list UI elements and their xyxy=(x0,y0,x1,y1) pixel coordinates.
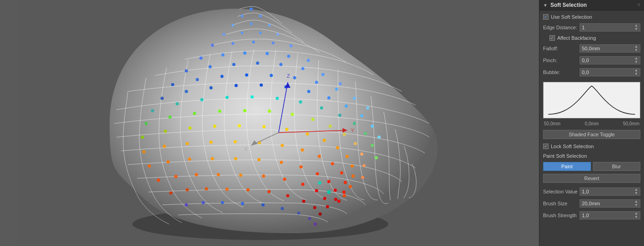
lock-soft-selection-row[interactable]: Lock Soft Selection xyxy=(543,143,640,150)
brush-strength-down[interactable]: ▼ xyxy=(634,215,638,219)
svg-point-77 xyxy=(354,142,357,145)
svg-point-111 xyxy=(167,160,170,164)
shaded-face-toggle-button[interactable]: Shaded Face Toggle xyxy=(543,130,640,139)
svg-point-67 xyxy=(145,122,148,125)
brush-strength-input[interactable]: 1,0 ▲ ▼ xyxy=(580,211,640,219)
svg-point-110 xyxy=(148,165,151,168)
svg-point-112 xyxy=(188,158,191,161)
svg-point-72 xyxy=(268,110,271,113)
svg-point-50 xyxy=(345,105,348,108)
bubble-spinners[interactable]: ▲ ▼ xyxy=(634,69,638,76)
svg-point-28 xyxy=(280,63,283,66)
bubble-down[interactable]: ▼ xyxy=(634,72,638,76)
svg-point-134 xyxy=(186,188,189,192)
selection-value-down[interactable]: ▼ xyxy=(634,192,638,195)
pinch-input[interactable]: 0,0 ▲ ▼ xyxy=(580,56,640,64)
edge-distance-spinners[interactable]: ▲ ▼ xyxy=(634,24,638,31)
brush-strength-label: Brush Strength xyxy=(543,213,580,218)
paint-soft-selection-label: Paint Soft Selection xyxy=(543,152,640,159)
curve-label-mid: 0,0mm xyxy=(585,121,599,126)
svg-point-54 xyxy=(151,109,154,112)
svg-point-55 xyxy=(176,102,179,106)
right-panel: ▼ Soft Selection ⠿ Use Soft Selection Ed… xyxy=(539,0,644,246)
revert-button[interactable]: Revert xyxy=(543,174,640,183)
svg-point-119 xyxy=(327,180,331,183)
svg-point-73 xyxy=(291,113,294,116)
svg-point-121 xyxy=(334,198,338,201)
selection-value-spinners[interactable]: ▲ ▼ xyxy=(634,188,638,195)
svg-point-6 xyxy=(232,24,234,27)
use-soft-selection-checkbox[interactable] xyxy=(543,14,549,20)
affect-backfacing-checkbox[interactable] xyxy=(549,35,555,41)
paint-button[interactable]: Paint xyxy=(543,162,591,171)
falloff-curve-widget[interactable] xyxy=(543,82,640,118)
pinch-down[interactable]: ▼ xyxy=(634,60,638,64)
svg-point-88 xyxy=(306,133,309,136)
curve-labels: 50,0mm 0,0mm 50,0mm xyxy=(543,121,640,126)
brush-size-down[interactable]: ▼ xyxy=(634,203,638,207)
svg-point-29 xyxy=(301,67,305,70)
svg-point-30 xyxy=(322,73,325,76)
pinch-spinners[interactable]: ▲ ▼ xyxy=(634,57,638,64)
svg-point-58 xyxy=(251,96,254,99)
bubble-label: Bubble: xyxy=(543,70,580,75)
svg-point-93 xyxy=(352,175,355,178)
svg-point-94 xyxy=(349,185,352,188)
svg-point-71 xyxy=(243,109,247,112)
svg-point-57 xyxy=(226,96,229,99)
bubble-input[interactable]: 0,0 ▲ ▼ xyxy=(580,68,640,76)
svg-point-120 xyxy=(334,189,337,192)
falloff-value: 50,0mm xyxy=(582,46,600,51)
svg-point-87 xyxy=(285,128,289,131)
svg-point-41 xyxy=(366,107,370,110)
svg-point-34 xyxy=(221,75,224,78)
affect-backfacing-row[interactable]: Affect Backfacing xyxy=(543,34,640,42)
falloff-down[interactable]: ▼ xyxy=(634,48,638,52)
brush-strength-value: 1,0 xyxy=(582,213,589,218)
viewport[interactable]: Y Z X xyxy=(0,0,539,246)
svg-point-151 xyxy=(314,223,317,226)
edge-distance-down[interactable]: ▼ xyxy=(634,27,638,31)
svg-point-130 xyxy=(315,189,318,193)
svg-point-49 xyxy=(327,96,331,100)
pinch-value: 0,0 xyxy=(582,58,589,63)
panel-content: Use Soft Selection Edge Distance: 1 ▲ ▼ … xyxy=(539,11,644,246)
svg-point-17 xyxy=(290,44,293,48)
brush-strength-spinners[interactable]: ▲ ▼ xyxy=(634,212,638,219)
svg-text:X: X xyxy=(244,146,248,152)
svg-point-4 xyxy=(241,15,243,17)
selection-value-label: Selection Value xyxy=(543,189,580,194)
blur-button[interactable]: Blur xyxy=(593,162,641,171)
selection-value-row: Selection Value 1,0 ▲ ▼ xyxy=(543,187,640,197)
svg-point-149 xyxy=(297,212,301,215)
svg-point-132 xyxy=(326,205,329,209)
svg-point-83 xyxy=(189,127,192,130)
selection-value-input[interactable]: 1,0 ▲ ▼ xyxy=(580,187,640,196)
svg-point-19 xyxy=(222,53,225,57)
use-soft-selection-label: Use Soft Selection xyxy=(551,14,592,20)
svg-point-63 xyxy=(353,122,356,125)
brush-size-spinners[interactable]: ▲ ▼ xyxy=(634,200,638,207)
lock-soft-selection-label: Lock Soft Selection xyxy=(551,144,594,149)
paint-blur-buttons: Paint Blur xyxy=(543,162,640,171)
svg-point-80 xyxy=(361,176,364,179)
svg-point-97 xyxy=(163,145,166,148)
svg-point-135 xyxy=(205,187,208,191)
svg-point-91 xyxy=(346,155,349,158)
falloff-input[interactable]: 50,0mm ▲ ▼ xyxy=(580,44,640,53)
svg-point-138 xyxy=(268,190,271,193)
svg-point-61 xyxy=(320,107,323,110)
svg-point-150 xyxy=(308,217,311,220)
edge-distance-input[interactable]: 1 ▲ ▼ xyxy=(580,23,640,32)
brush-size-input[interactable]: 20,0mm ▲ ▼ xyxy=(580,199,640,208)
svg-point-11 xyxy=(259,32,262,34)
svg-point-124 xyxy=(195,173,198,176)
svg-point-20 xyxy=(243,52,247,55)
panel-collapse-arrow[interactable]: ▼ xyxy=(543,3,548,8)
svg-point-95 xyxy=(343,194,346,198)
svg-point-90 xyxy=(336,146,339,150)
use-soft-selection-row[interactable]: Use Soft Selection xyxy=(543,13,640,21)
lock-soft-selection-checkbox[interactable] xyxy=(543,144,549,149)
falloff-spinners[interactable]: ▲ ▼ xyxy=(634,45,638,52)
svg-point-62 xyxy=(338,114,342,117)
